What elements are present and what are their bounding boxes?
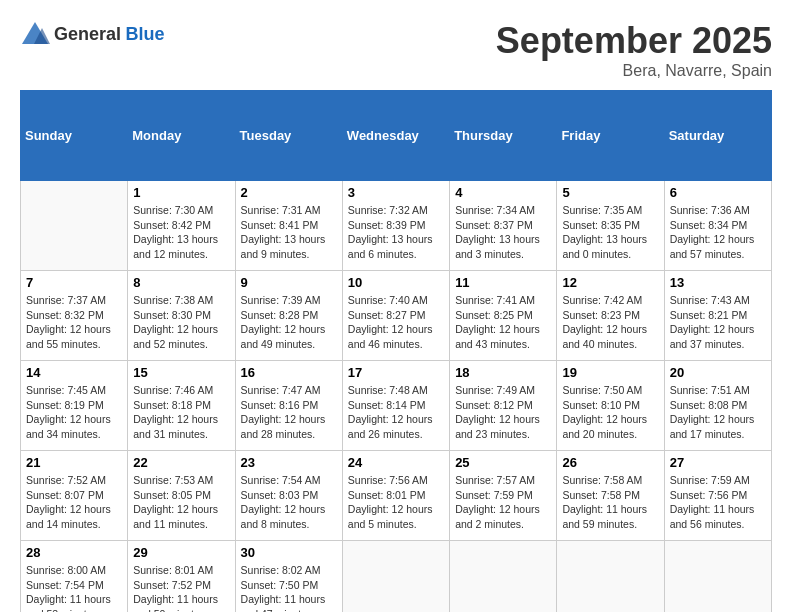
day-number: 18: [455, 365, 551, 380]
day-number: 29: [133, 545, 229, 560]
calendar-cell: 25Sunrise: 7:57 AM Sunset: 7:59 PM Dayli…: [450, 451, 557, 541]
calendar-table: SundayMondayTuesdayWednesdayThursdayFrid…: [20, 90, 772, 612]
calendar-cell: 13Sunrise: 7:43 AM Sunset: 8:21 PM Dayli…: [664, 271, 771, 361]
day-info: Sunrise: 7:46 AM Sunset: 8:18 PM Dayligh…: [133, 383, 229, 442]
calendar-cell: 22Sunrise: 7:53 AM Sunset: 8:05 PM Dayli…: [128, 451, 235, 541]
day-info: Sunrise: 7:32 AM Sunset: 8:39 PM Dayligh…: [348, 203, 444, 262]
day-info: Sunrise: 7:35 AM Sunset: 8:35 PM Dayligh…: [562, 203, 658, 262]
day-number: 13: [670, 275, 766, 290]
day-number: 14: [26, 365, 122, 380]
day-info: Sunrise: 7:47 AM Sunset: 8:16 PM Dayligh…: [241, 383, 337, 442]
day-number: 26: [562, 455, 658, 470]
day-number: 4: [455, 185, 551, 200]
day-info: Sunrise: 7:49 AM Sunset: 8:12 PM Dayligh…: [455, 383, 551, 442]
day-number: 23: [241, 455, 337, 470]
title-block: September 2025 Bera, Navarre, Spain: [496, 20, 772, 80]
header-day-wednesday: Wednesday: [342, 91, 449, 181]
day-info: Sunrise: 7:56 AM Sunset: 8:01 PM Dayligh…: [348, 473, 444, 532]
day-info: Sunrise: 7:53 AM Sunset: 8:05 PM Dayligh…: [133, 473, 229, 532]
logo-icon: [20, 20, 50, 48]
day-number: 16: [241, 365, 337, 380]
logo: General Blue: [20, 20, 165, 48]
day-number: 2: [241, 185, 337, 200]
day-info: Sunrise: 7:34 AM Sunset: 8:37 PM Dayligh…: [455, 203, 551, 262]
calendar-cell: 7Sunrise: 7:37 AM Sunset: 8:32 PM Daylig…: [21, 271, 128, 361]
header-day-sunday: Sunday: [21, 91, 128, 181]
day-info: Sunrise: 7:42 AM Sunset: 8:23 PM Dayligh…: [562, 293, 658, 352]
calendar-cell: [21, 181, 128, 271]
calendar-cell: 23Sunrise: 7:54 AM Sunset: 8:03 PM Dayli…: [235, 451, 342, 541]
page-header: General Blue September 2025 Bera, Navarr…: [20, 20, 772, 80]
logo-general-text: General: [54, 24, 121, 44]
calendar-cell: 1Sunrise: 7:30 AM Sunset: 8:42 PM Daylig…: [128, 181, 235, 271]
calendar-cell: 3Sunrise: 7:32 AM Sunset: 8:39 PM Daylig…: [342, 181, 449, 271]
day-number: 1: [133, 185, 229, 200]
calendar-cell: 17Sunrise: 7:48 AM Sunset: 8:14 PM Dayli…: [342, 361, 449, 451]
day-number: 24: [348, 455, 444, 470]
day-number: 21: [26, 455, 122, 470]
day-info: Sunrise: 7:40 AM Sunset: 8:27 PM Dayligh…: [348, 293, 444, 352]
day-info: Sunrise: 7:57 AM Sunset: 7:59 PM Dayligh…: [455, 473, 551, 532]
header-day-thursday: Thursday: [450, 91, 557, 181]
header-day-friday: Friday: [557, 91, 664, 181]
calendar-cell: 16Sunrise: 7:47 AM Sunset: 8:16 PM Dayli…: [235, 361, 342, 451]
week-row-5: 28Sunrise: 8:00 AM Sunset: 7:54 PM Dayli…: [21, 541, 772, 613]
week-row-4: 21Sunrise: 7:52 AM Sunset: 8:07 PM Dayli…: [21, 451, 772, 541]
calendar-cell: 11Sunrise: 7:41 AM Sunset: 8:25 PM Dayli…: [450, 271, 557, 361]
day-info: Sunrise: 7:37 AM Sunset: 8:32 PM Dayligh…: [26, 293, 122, 352]
day-info: Sunrise: 7:50 AM Sunset: 8:10 PM Dayligh…: [562, 383, 658, 442]
day-info: Sunrise: 7:52 AM Sunset: 8:07 PM Dayligh…: [26, 473, 122, 532]
week-row-2: 7Sunrise: 7:37 AM Sunset: 8:32 PM Daylig…: [21, 271, 772, 361]
day-number: 8: [133, 275, 229, 290]
week-row-1: 1Sunrise: 7:30 AM Sunset: 8:42 PM Daylig…: [21, 181, 772, 271]
calendar-cell: 19Sunrise: 7:50 AM Sunset: 8:10 PM Dayli…: [557, 361, 664, 451]
day-number: 10: [348, 275, 444, 290]
calendar-cell: 20Sunrise: 7:51 AM Sunset: 8:08 PM Dayli…: [664, 361, 771, 451]
day-number: 7: [26, 275, 122, 290]
day-info: Sunrise: 7:31 AM Sunset: 8:41 PM Dayligh…: [241, 203, 337, 262]
day-number: 11: [455, 275, 551, 290]
day-info: Sunrise: 7:59 AM Sunset: 7:56 PM Dayligh…: [670, 473, 766, 532]
day-number: 3: [348, 185, 444, 200]
day-number: 17: [348, 365, 444, 380]
day-number: 9: [241, 275, 337, 290]
calendar-cell: 24Sunrise: 7:56 AM Sunset: 8:01 PM Dayli…: [342, 451, 449, 541]
day-info: Sunrise: 8:00 AM Sunset: 7:54 PM Dayligh…: [26, 563, 122, 612]
day-info: Sunrise: 7:41 AM Sunset: 8:25 PM Dayligh…: [455, 293, 551, 352]
day-info: Sunrise: 7:39 AM Sunset: 8:28 PM Dayligh…: [241, 293, 337, 352]
day-number: 6: [670, 185, 766, 200]
day-number: 12: [562, 275, 658, 290]
calendar-cell: 5Sunrise: 7:35 AM Sunset: 8:35 PM Daylig…: [557, 181, 664, 271]
calendar-cell: 29Sunrise: 8:01 AM Sunset: 7:52 PM Dayli…: [128, 541, 235, 613]
day-number: 5: [562, 185, 658, 200]
day-number: 15: [133, 365, 229, 380]
logo-blue-text: Blue: [126, 24, 165, 44]
calendar-cell: [342, 541, 449, 613]
day-number: 27: [670, 455, 766, 470]
calendar-cell: [557, 541, 664, 613]
header-day-tuesday: Tuesday: [235, 91, 342, 181]
week-row-3: 14Sunrise: 7:45 AM Sunset: 8:19 PM Dayli…: [21, 361, 772, 451]
day-number: 19: [562, 365, 658, 380]
header-row: SundayMondayTuesdayWednesdayThursdayFrid…: [21, 91, 772, 181]
calendar-cell: [450, 541, 557, 613]
location-text: Bera, Navarre, Spain: [496, 62, 772, 80]
day-info: Sunrise: 7:54 AM Sunset: 8:03 PM Dayligh…: [241, 473, 337, 532]
calendar-cell: 2Sunrise: 7:31 AM Sunset: 8:41 PM Daylig…: [235, 181, 342, 271]
day-number: 20: [670, 365, 766, 380]
calendar-cell: 18Sunrise: 7:49 AM Sunset: 8:12 PM Dayli…: [450, 361, 557, 451]
month-title: September 2025: [496, 20, 772, 62]
day-info: Sunrise: 7:38 AM Sunset: 8:30 PM Dayligh…: [133, 293, 229, 352]
calendar-cell: 4Sunrise: 7:34 AM Sunset: 8:37 PM Daylig…: [450, 181, 557, 271]
day-number: 30: [241, 545, 337, 560]
day-info: Sunrise: 8:01 AM Sunset: 7:52 PM Dayligh…: [133, 563, 229, 612]
calendar-cell: 28Sunrise: 8:00 AM Sunset: 7:54 PM Dayli…: [21, 541, 128, 613]
day-info: Sunrise: 8:02 AM Sunset: 7:50 PM Dayligh…: [241, 563, 337, 612]
calendar-cell: 21Sunrise: 7:52 AM Sunset: 8:07 PM Dayli…: [21, 451, 128, 541]
calendar-cell: 26Sunrise: 7:58 AM Sunset: 7:58 PM Dayli…: [557, 451, 664, 541]
day-info: Sunrise: 7:30 AM Sunset: 8:42 PM Dayligh…: [133, 203, 229, 262]
day-number: 22: [133, 455, 229, 470]
calendar-cell: [664, 541, 771, 613]
day-number: 25: [455, 455, 551, 470]
day-info: Sunrise: 7:58 AM Sunset: 7:58 PM Dayligh…: [562, 473, 658, 532]
